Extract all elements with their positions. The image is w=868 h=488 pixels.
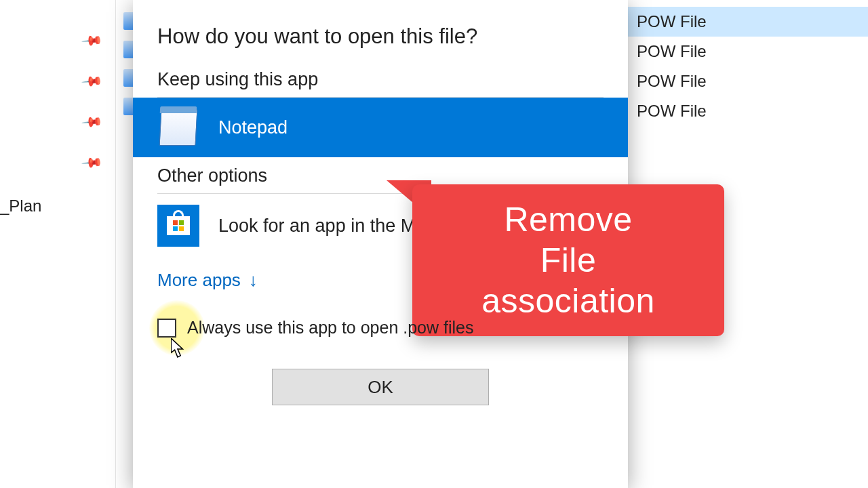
keep-using-label: Keep using this app (133, 61, 628, 97)
pin-icon: 📌 (81, 29, 104, 52)
chevron-down-icon: ↓ (249, 270, 258, 291)
app-option-label: Notepad (218, 117, 288, 138)
more-apps-label: More apps (157, 270, 241, 291)
file-type-row[interactable]: POW File (627, 66, 868, 96)
pin-icon: 📌 (81, 151, 104, 174)
annotation-callout: Remove File association (412, 184, 724, 336)
sidebar-item-fragment[interactable]: _Plan (0, 197, 41, 216)
file-type-row[interactable]: POW File (627, 7, 868, 37)
always-use-label: Always use this app to open .pow files (187, 318, 473, 338)
ok-button[interactable]: OK (272, 369, 489, 405)
file-type-row[interactable]: POW File (627, 37, 868, 66)
callout-line3: association (481, 281, 655, 321)
store-icon (157, 205, 199, 247)
callout-line1: Remove (504, 199, 632, 240)
always-use-checkbox[interactable] (157, 319, 176, 338)
dialog-title: How do you want to open this file? (133, 0, 628, 61)
callout-line2: File (540, 240, 597, 281)
pin-icon: 📌 (81, 70, 104, 93)
sidebar-divider (115, 0, 116, 488)
cursor-icon (171, 338, 186, 359)
svg-marker-0 (171, 338, 182, 357)
notepad-icon (157, 106, 199, 148)
pin-icon: 📌 (81, 110, 104, 134)
explorer-sidebar: 📌 📌 📌 📌 _Plan (0, 0, 115, 488)
app-option-notepad[interactable]: Notepad (133, 98, 628, 157)
file-type-row[interactable]: POW File (627, 96, 868, 126)
